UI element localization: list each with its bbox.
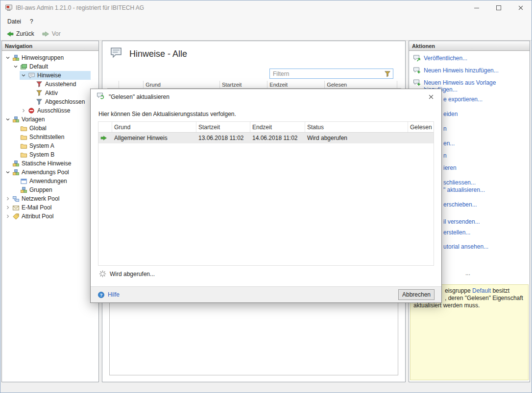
hinweise-table-header: Grund Startzeit Endzeit Gelesen bbox=[107, 81, 401, 89]
action-link-partial-8[interactable]: erschieben... bbox=[443, 201, 477, 208]
tree-item-ausschluesse[interactable]: Ausschlüsse bbox=[2, 106, 98, 115]
back-arrow-icon bbox=[6, 30, 14, 38]
column-grund[interactable]: Grund bbox=[112, 122, 196, 132]
forward-button[interactable]: Vor bbox=[39, 29, 64, 39]
tree-item-anwendungs-pool[interactable]: Anwendungs Pool bbox=[2, 168, 98, 177]
spinner-icon bbox=[99, 270, 106, 277]
chevron-down-icon[interactable] bbox=[4, 54, 11, 62]
chevron-right-icon[interactable] bbox=[4, 212, 11, 220]
tree-item-email-pool[interactable]: E-Mail Pool bbox=[2, 203, 98, 212]
action-link-partial-9[interactable]: il versenden... bbox=[443, 218, 480, 225]
tree-item-schnittstellen[interactable]: Schnittstellen bbox=[2, 133, 98, 141]
dialog-progress: Wird abgerufen... bbox=[99, 270, 155, 277]
tree-item-ausstehend[interactable]: Ausstehend bbox=[2, 80, 98, 89]
tree-item-netzwerk-pool[interactable]: Netzwerk Pool bbox=[2, 194, 98, 203]
action-link-partial-7[interactable]: " aktualisieren... bbox=[443, 186, 485, 193]
navigation-tree: Hinweisgruppen Default Hinweise Ausstehe… bbox=[2, 51, 98, 221]
column-gelesen[interactable]: Gelesen bbox=[325, 81, 397, 88]
toolbar: Zurück Vor bbox=[0, 27, 532, 41]
dialog-close-button[interactable] bbox=[426, 92, 436, 102]
chevron-right-icon[interactable] bbox=[4, 195, 11, 203]
action-link-partial-1[interactable]: eiden bbox=[443, 111, 458, 117]
action-link-partial-3[interactable]: en... bbox=[443, 140, 455, 147]
column-endzeit[interactable]: Endzeit bbox=[250, 122, 305, 132]
tree-item-global[interactable]: Global bbox=[2, 124, 98, 133]
help-link[interactable]: Hilfe bbox=[97, 291, 398, 299]
tree-item-abgeschlossen[interactable]: Abgeschlossen bbox=[2, 97, 98, 106]
action-link-partial-4[interactable]: n bbox=[443, 152, 447, 159]
add-bubble-icon bbox=[413, 79, 421, 87]
action-link-partial-5[interactable]: ieren bbox=[443, 164, 457, 171]
tree-item-vorlagen[interactable]: Vorlagen bbox=[2, 115, 98, 124]
window-title: IBI-aws Admin 1.21.0 - registriert für I… bbox=[16, 4, 465, 11]
tree-item-attribut-pool[interactable]: Attribut Pool bbox=[2, 212, 98, 221]
action-link-partial-more[interactable]: ... bbox=[465, 270, 470, 277]
filter-box bbox=[269, 69, 393, 79]
action-veroeffentlichen[interactable]: Veröffentlichen... bbox=[413, 54, 527, 62]
folder-icon bbox=[20, 133, 27, 141]
progress-text: Wird abgerufen... bbox=[110, 271, 155, 277]
help-icon bbox=[97, 291, 105, 299]
funnel-pending-icon bbox=[35, 80, 43, 88]
cell-status: Wird abgerufen bbox=[305, 135, 408, 141]
tree-item-hinweisgruppen[interactable]: Hinweisgruppen bbox=[2, 53, 98, 62]
app-window-icon bbox=[20, 177, 27, 185]
action-link-partial-11[interactable]: utorial ansehen... bbox=[443, 243, 488, 250]
row-arrow-icon bbox=[98, 135, 112, 142]
tree-item-default[interactable]: Default bbox=[2, 62, 98, 71]
actions-header: Aktionen bbox=[409, 41, 530, 51]
cell-grund: Allgemeiner Hinweis bbox=[112, 135, 196, 141]
info-line-3: aktualisiert werden muss. bbox=[413, 302, 525, 309]
folder-icon bbox=[20, 151, 27, 159]
group-icon bbox=[20, 63, 27, 70]
maximize-button[interactable] bbox=[487, 0, 509, 15]
app-icon bbox=[5, 4, 13, 12]
column-endzeit[interactable]: Endzeit bbox=[267, 81, 325, 88]
default-link[interactable]: Default bbox=[472, 287, 491, 294]
column-startzeit[interactable]: Startzeit bbox=[196, 122, 250, 132]
tree-item-statische-hinweise[interactable]: Statische Hinweise bbox=[2, 159, 98, 168]
column-icon[interactable] bbox=[107, 81, 119, 88]
cubes-icon bbox=[12, 160, 20, 167]
column-startzeit[interactable]: Startzeit bbox=[220, 81, 267, 88]
column-gelesen[interactable]: Gelesen bbox=[408, 122, 434, 132]
table-row[interactable]: Allgemeiner Hinweis 13.06.2018 11:02 14.… bbox=[98, 133, 434, 143]
minimize-button[interactable] bbox=[465, 0, 487, 15]
tree-item-hinweise[interactable]: Hinweise bbox=[2, 71, 98, 80]
action-neuen-hinweis[interactable]: Neuen Hinweis hinzufügen... bbox=[413, 67, 527, 74]
tree-item-system-a[interactable]: System A bbox=[2, 141, 98, 150]
action-link-partial-10[interactable]: erstellen... bbox=[443, 229, 470, 236]
chevron-down-icon[interactable] bbox=[4, 168, 11, 176]
tree-item-aktiv[interactable]: Aktiv bbox=[2, 89, 98, 97]
forward-arrow-icon bbox=[42, 30, 49, 38]
funnel-active-icon bbox=[35, 89, 43, 97]
action-link-partial-0[interactable]: e exportieren... bbox=[443, 96, 483, 103]
cubes-icon bbox=[12, 54, 20, 62]
filter-funnel-icon[interactable] bbox=[384, 70, 391, 77]
column-status[interactable]: Status bbox=[305, 122, 408, 132]
network-icon bbox=[12, 195, 20, 203]
menubar: Datei ? bbox=[0, 15, 532, 27]
column-icon[interactable] bbox=[98, 122, 112, 132]
back-button[interactable]: Zurück bbox=[3, 29, 38, 39]
chevron-down-icon[interactable] bbox=[4, 116, 11, 123]
menu-help[interactable]: ? bbox=[25, 16, 38, 27]
column-grund[interactable]: Grund bbox=[144, 81, 220, 88]
action-link-partial-2[interactable]: n bbox=[443, 125, 447, 132]
tree-item-gruppen[interactable]: Gruppen bbox=[2, 185, 98, 194]
chevron-right-icon[interactable] bbox=[20, 107, 27, 115]
close-button[interactable] bbox=[509, 0, 532, 15]
maximize-icon bbox=[496, 5, 501, 10]
column-status[interactable] bbox=[119, 81, 144, 88]
chevron-right-icon[interactable] bbox=[4, 204, 11, 211]
tree-item-anwendungen[interactable]: Anwendungen bbox=[2, 177, 98, 185]
no-entry-icon bbox=[27, 107, 35, 115]
dialog-table: Grund Startzeit Endzeit Status Gelesen A… bbox=[98, 121, 434, 266]
chevron-down-icon[interactable] bbox=[20, 71, 27, 79]
action-link-partial-6[interactable]: schliessen... bbox=[443, 179, 476, 186]
filter-input[interactable] bbox=[270, 70, 384, 77]
tree-item-system-b[interactable]: System B bbox=[2, 150, 98, 159]
chevron-down-icon[interactable] bbox=[12, 63, 19, 70]
menu-datei[interactable]: Datei bbox=[3, 16, 25, 27]
cancel-button[interactable]: Abbrechen bbox=[398, 289, 435, 300]
